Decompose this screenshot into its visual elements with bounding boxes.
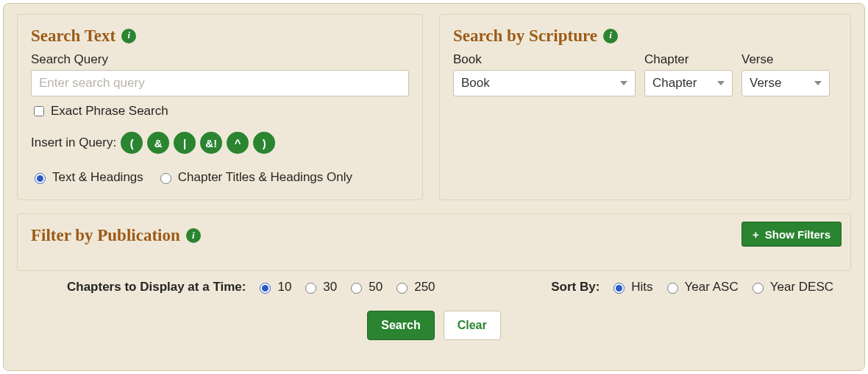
scripture-row: Book Book Chapter Chapter Verse Verse: [453, 52, 837, 96]
chapter-select-value: Chapter: [652, 76, 697, 91]
verse-select-value: Verse: [750, 76, 781, 91]
exact-phrase-checkbox[interactable]: [34, 106, 44, 116]
chapters-label: Chapters to Display at a Time:: [67, 280, 246, 294]
scope-titles-only-label: Chapter Titles & Headings Only: [178, 170, 352, 185]
show-filters-button[interactable]: + Show Filters: [741, 222, 842, 247]
search-text-title-text: Search Text: [31, 27, 115, 45]
verse-label: Verse: [741, 52, 830, 67]
sort-label: Sort By:: [551, 280, 600, 294]
filter-title: Filter by Publication i: [31, 226, 837, 244]
filter-title-text: Filter by Publication: [31, 226, 180, 244]
scripture-panel: Search by Scripture i Book Book Chapter …: [439, 14, 851, 200]
op-or-button[interactable]: |: [174, 132, 196, 154]
search-button[interactable]: Search: [367, 311, 434, 340]
info-icon[interactable]: i: [186, 228, 201, 243]
chapters-10-option[interactable]: 10: [256, 280, 291, 294]
op-caret-button[interactable]: ^: [227, 132, 249, 154]
sort-year-asc-label: Year ASC: [685, 280, 739, 294]
search-text-title: Search Text i: [31, 27, 409, 45]
sort-year-desc-label: Year DESC: [770, 280, 833, 294]
sort-year-desc-radio[interactable]: [753, 283, 764, 294]
info-icon[interactable]: i: [121, 29, 136, 43]
show-filters-label: Show Filters: [765, 228, 830, 241]
exact-phrase-row: Exact Phrase Search: [31, 104, 409, 119]
verse-select[interactable]: Verse: [741, 70, 830, 96]
chapters-50-radio[interactable]: [351, 283, 362, 294]
filter-panel: Filter by Publication i + Show Filters: [17, 214, 851, 270]
search-query-label: Search Query: [31, 52, 409, 67]
insert-label: Insert in Query:: [31, 135, 116, 150]
top-row: Search Text i Search Query Exact Phrase …: [17, 14, 851, 200]
scope-radio-row: Text & Headings Chapter Titles & Heading…: [31, 170, 409, 185]
plus-icon: +: [753, 229, 759, 240]
book-select[interactable]: Book: [453, 70, 636, 96]
search-query-input[interactable]: [31, 70, 409, 96]
chapters-30-radio[interactable]: [305, 283, 316, 294]
chapter-label: Chapter: [644, 52, 733, 67]
chapters-250-label: 250: [414, 280, 435, 294]
chapter-column: Chapter Chapter: [644, 52, 733, 96]
op-andnot-button[interactable]: &!: [200, 132, 222, 154]
chapter-select[interactable]: Chapter: [644, 70, 733, 96]
sort-year-desc-option[interactable]: Year DESC: [749, 280, 833, 294]
op-and-button[interactable]: &: [147, 132, 169, 154]
scripture-title-text: Search by Scripture: [453, 27, 597, 45]
exact-phrase-label[interactable]: Exact Phrase Search: [51, 104, 168, 119]
scope-titles-only-option[interactable]: Chapter Titles & Headings Only: [157, 170, 352, 185]
chapters-10-radio[interactable]: [260, 283, 271, 294]
action-row: Search Clear: [17, 311, 851, 340]
chapters-30-label: 30: [323, 280, 337, 294]
book-column: Book Book: [453, 52, 636, 96]
book-select-value: Book: [461, 76, 490, 91]
search-form-wrapper: Search Text i Search Query Exact Phrase …: [3, 3, 865, 371]
op-close-paren-button[interactable]: ): [253, 132, 275, 154]
sort-hits-option[interactable]: Hits: [610, 280, 652, 294]
chapters-50-label: 50: [369, 280, 383, 294]
chapters-50-option[interactable]: 50: [347, 280, 383, 294]
verse-column: Verse Verse: [741, 52, 830, 96]
insert-operators-row: Insert in Query: ( & | &! ^ ): [31, 132, 409, 154]
sort-year-asc-radio[interactable]: [667, 283, 678, 294]
scope-text-headings-option[interactable]: Text & Headings: [31, 170, 143, 185]
search-text-panel: Search Text i Search Query Exact Phrase …: [17, 14, 423, 200]
chapters-30-option[interactable]: 30: [302, 280, 337, 294]
scope-titles-only-radio[interactable]: [160, 173, 171, 184]
chapters-10-label: 10: [277, 280, 291, 294]
chapters-250-option[interactable]: 250: [393, 280, 435, 294]
options-row: Chapters to Display at a Time: 10 30 50 …: [17, 280, 851, 294]
scripture-title: Search by Scripture i: [453, 27, 837, 45]
sort-by-group: Sort By: Hits Year ASC Year DESC: [551, 280, 833, 294]
chapters-display-group: Chapters to Display at a Time: 10 30 50 …: [67, 280, 435, 294]
sort-hits-radio[interactable]: [613, 283, 625, 294]
info-icon[interactable]: i: [603, 29, 618, 43]
clear-button[interactable]: Clear: [444, 311, 501, 340]
sort-year-asc-option[interactable]: Year ASC: [664, 280, 739, 294]
scope-text-headings-label: Text & Headings: [52, 170, 143, 185]
op-open-paren-button[interactable]: (: [121, 132, 143, 154]
sort-hits-label: Hits: [631, 280, 652, 294]
chapters-250-radio[interactable]: [396, 283, 408, 294]
book-label: Book: [453, 52, 636, 67]
scope-text-headings-radio[interactable]: [35, 173, 46, 184]
